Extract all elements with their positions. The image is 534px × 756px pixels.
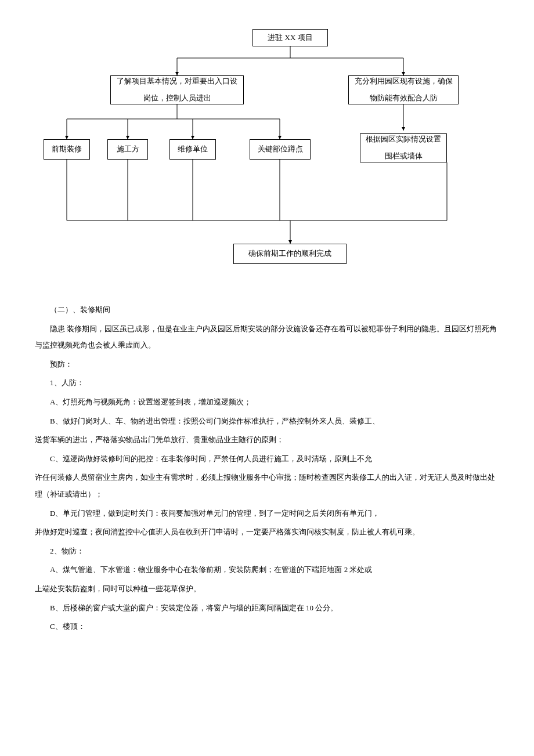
paragraph: B、做好门岗对人、车、物的进出管理：按照公司门岗操作标准执行，严格控制外来人员、…	[35, 413, 499, 430]
node-label: 前期装修	[52, 141, 82, 158]
paragraph: 预防：	[35, 356, 499, 373]
paragraph: D、单元门管理，做到定时关门：夜间要加强对单元门的管理，到了一定时间之后关闭所有…	[35, 505, 499, 522]
flowchart-node-bottom: 确保前期工作的顺利完成	[233, 244, 347, 264]
node-label: 施工方	[117, 141, 139, 158]
paragraph: A、煤气管道、下水管道：物业服务中心在装修前期，安装防爬刺；在管道的下端距地面 …	[35, 562, 499, 578]
node-label: 确保前期工作的顺利完成	[248, 245, 331, 262]
paragraph: C、楼顶：	[35, 618, 499, 635]
paragraph: A、灯照死角与视频死角：设置巡逻签到表，增加巡逻频次；	[35, 394, 499, 411]
flowchart-node-right-mid: 充分利用园区现有设施，确保物防能有效配合人防	[348, 75, 459, 104]
node-label: 维修单位	[178, 141, 208, 158]
node-label: 进驻 XX 项目	[268, 30, 312, 46]
document-body: （二）、装修期间 隐患 装修期间，园区虽已成形，但是在业主户内及园区后期安装的部…	[35, 302, 499, 635]
flowchart-node-leaf3: 维修单位	[169, 139, 216, 160]
paragraph-continuation: 并做好定时巡查；夜间消监控中心值班人员在收到开门申请时，一定要严格落实询问核实制…	[35, 524, 499, 541]
flowchart-node-top: 进驻 XX 项目	[252, 29, 328, 46]
paragraph-continuation: 上端处安装防盗刺，同时可以种植一些花草保护。	[35, 581, 499, 598]
paragraph: C、巡逻岗做好装修时间的把控：在非装修时间，严禁任何人员进行施工，及时清场，原则…	[35, 451, 499, 468]
flowchart-node-leaf2: 施工方	[107, 139, 148, 160]
paragraph-continuation: 许任何装修人员留宿业主房内，如业主有需求时，必须上报物业服务中心审批；随时检查园…	[35, 469, 499, 502]
node-label: 根据园区实际情况设置围栏或墙体	[365, 131, 442, 164]
paragraph: 隐患 装修期间，园区虽已成形，但是在业主户内及园区后期安装的部分设施设备还存在着…	[35, 321, 499, 354]
paragraph-continuation: 送货车辆的进出，严格落实物品出门凭单放行、贵重物品业主随行的原则；	[35, 432, 499, 448]
flowchart-node-leaf1: 前期装修	[44, 139, 90, 160]
node-label: 了解项目基本情况，对重要出入口设岗位，控制人员进出	[116, 73, 239, 106]
node-label: 充分利用园区现有设施，确保物防能有效配合人防	[353, 73, 453, 106]
paragraph: 1、人防：	[35, 375, 499, 392]
section-heading: （二）、装修期间	[35, 302, 499, 319]
flowchart-node-right-low: 根据园区实际情况设置围栏或墙体	[360, 133, 447, 162]
node-label: 关键部位蹲点	[258, 141, 303, 158]
paragraph: 2、物防：	[35, 543, 499, 560]
flowchart-diagram: 进驻 XX 项目 了解项目基本情况，对重要出入口设岗位，控制人员进出 充分利用园…	[35, 23, 499, 284]
paragraph: B、后楼梯的窗户或大堂的窗户：安装定位器，将窗户与墙的距离间隔固定在 10 公分…	[35, 600, 499, 617]
flowchart-node-left-mid: 了解项目基本情况，对重要出入口设岗位，控制人员进出	[110, 75, 244, 104]
flowchart-node-leaf4: 关键部位蹲点	[250, 139, 311, 160]
